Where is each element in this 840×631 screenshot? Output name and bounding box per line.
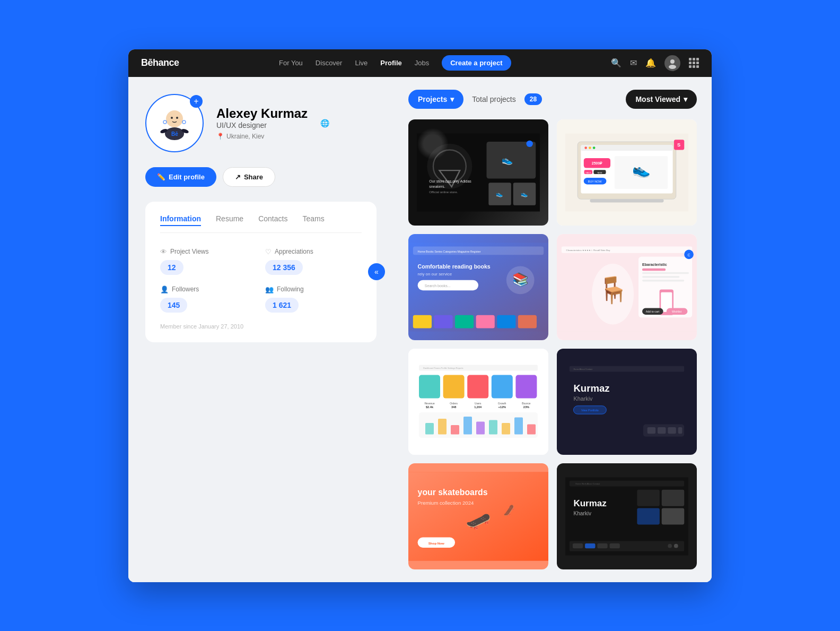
- svg-rect-118: [678, 427, 682, 433]
- sort-button[interactable]: Most Viewed ▾: [626, 90, 697, 109]
- apps-grid-icon[interactable]: [689, 58, 699, 68]
- eye-icon: 👁: [160, 248, 167, 256]
- tab-contacts[interactable]: Contacts: [258, 214, 287, 226]
- appreciations-value: 12 356: [265, 260, 303, 275]
- svg-text:📚: 📚: [512, 271, 529, 287]
- profile-actions: ✏️ Edit profile ↗ Share: [145, 167, 377, 187]
- project-card-shoe[interactable]: 👟 2500₽ BUY NOW SALE NEW: [557, 119, 697, 226]
- svg-rect-86: [515, 375, 537, 398]
- svg-rect-117: [668, 427, 676, 433]
- following-stat: 👥 Following 1 621: [265, 286, 362, 313]
- share-button[interactable]: ↗ Share: [223, 167, 275, 187]
- nav-jobs[interactable]: Jobs: [415, 59, 429, 67]
- svg-text:rely on our service: rely on our service: [418, 272, 452, 276]
- svg-rect-101: [463, 417, 472, 435]
- projects-grid: Our store has only Adidas sneakers. Offi…: [408, 119, 697, 569]
- svg-text:Growth: Growth: [498, 402, 506, 404]
- svg-rect-99: [438, 419, 447, 435]
- projects-filter-button[interactable]: Projects ▾: [408, 90, 463, 109]
- project-card-skateboards[interactable]: your skateboards Premium collection 2024…: [408, 463, 548, 569]
- project-card-kurmaz[interactable]: Home Work About Contact Kurmaz Kharkiv: [557, 463, 697, 569]
- svg-text:your skateboards: your skateboards: [418, 488, 488, 497]
- svg-point-10: [182, 120, 186, 124]
- mail-icon[interactable]: ✉: [630, 58, 637, 68]
- svg-rect-105: [514, 417, 523, 434]
- svg-text:Characteristics   ★★★★☆   Reca: Characteristics ★★★★☆ Recall Note Buy: [566, 249, 611, 252]
- brand-logo: Bēhance: [141, 57, 179, 68]
- tab-resume[interactable]: Resume: [216, 214, 243, 226]
- followers-value: 145: [160, 298, 187, 313]
- search-icon[interactable]: 🔍: [611, 58, 622, 68]
- svg-rect-58: [497, 315, 515, 328]
- svg-rect-133: [662, 489, 685, 506]
- svg-text:Bounce: Bounce: [522, 402, 531, 404]
- user-avatar[interactable]: [664, 55, 680, 71]
- svg-rect-98: [425, 423, 434, 435]
- add-photo-button[interactable]: +: [190, 95, 203, 108]
- svg-rect-104: [502, 423, 510, 435]
- svg-rect-102: [476, 421, 485, 434]
- svg-text:Kharkiv: Kharkiv: [573, 510, 591, 516]
- project-card-books[interactable]: Home Books Series Categories Magazine Re…: [408, 234, 548, 340]
- svg-text:👟: 👟: [521, 190, 528, 197]
- project-views-value: 12: [160, 260, 183, 275]
- location-pin-icon: 📍: [216, 133, 224, 140]
- profile-header: Bē + Alexey Kurmaz UI/UX designer: [145, 94, 377, 152]
- globe-icon[interactable]: 🌐: [320, 119, 329, 127]
- nav-profile[interactable]: Profile: [380, 59, 401, 67]
- avatar-wrapper: Bē +: [145, 94, 204, 152]
- create-project-button[interactable]: Create a project: [442, 55, 511, 71]
- profile-location: 📍 Ukraine, Kiev: [216, 133, 308, 140]
- project-card-dark[interactable]: Home About Contact Kurmaz Kharkiv View P…: [557, 349, 697, 455]
- svg-rect-103: [489, 420, 497, 434]
- nav-for-you[interactable]: For You: [279, 59, 303, 67]
- profile-info: Alexey Kurmaz UI/UX designer 📍 Ukraine, …: [216, 106, 308, 140]
- following-label: 👥 Following: [265, 286, 362, 293]
- svg-text:Premium collection 2024: Premium collection 2024: [418, 500, 475, 506]
- bell-icon[interactable]: 🔔: [645, 58, 656, 68]
- svg-rect-135: [662, 508, 685, 524]
- svg-point-4: [171, 117, 173, 119]
- total-projects-label: Total projects: [472, 95, 515, 103]
- following-icon: 👥: [265, 286, 274, 293]
- svg-rect-138: [585, 543, 595, 548]
- svg-text:Shop Now: Shop Now: [428, 541, 444, 544]
- appreciations-stat: ♡ Appreciations 12 356: [265, 248, 362, 275]
- nav-discover[interactable]: Discover: [316, 59, 343, 67]
- project-card-adidas[interactable]: Our store has only Adidas sneakers. Offi…: [408, 119, 548, 226]
- svg-rect-100: [451, 425, 459, 435]
- svg-rect-85: [492, 375, 513, 398]
- nav-links: For You Discover Live Profile Jobs Creat…: [196, 55, 594, 71]
- project-card-stats[interactable]: Dashboard Teams Profile Settings Reports…: [408, 349, 548, 455]
- svg-rect-132: [637, 489, 660, 506]
- svg-point-9: [163, 120, 167, 124]
- edit-profile-button[interactable]: ✏️ Edit profile: [145, 167, 216, 187]
- share-icon: ↗: [235, 173, 241, 181]
- nav-live[interactable]: Live: [355, 59, 368, 67]
- total-projects-count: 28: [524, 93, 542, 105]
- svg-text:Kurmaz: Kurmaz: [573, 382, 609, 393]
- chevron-down-icon: ▾: [450, 95, 454, 103]
- member-since: Member since January 27, 2010: [160, 323, 362, 330]
- project-card-chair[interactable]: Characteristics ★★★★☆ Recall Note Buy 🪑 …: [557, 234, 697, 340]
- svg-text:👟: 👟: [632, 160, 651, 178]
- svg-text:Kurmaz: Kurmaz: [573, 498, 607, 508]
- navbar: Bēhance For You Discover Live Profile Jo…: [128, 49, 712, 77]
- tab-information[interactable]: Information: [160, 214, 201, 226]
- svg-text:Add to cart: Add to cart: [646, 310, 660, 313]
- edit-icon: ✏️: [157, 173, 165, 181]
- svg-rect-68: [642, 272, 689, 274]
- collapse-button[interactable]: «: [368, 263, 385, 280]
- svg-rect-137: [573, 543, 583, 548]
- svg-rect-56: [455, 315, 474, 328]
- svg-rect-57: [476, 315, 495, 328]
- svg-point-5: [176, 117, 178, 119]
- right-panel: Projects ▾ Total projects 28 Most Viewed…: [393, 77, 712, 582]
- svg-rect-139: [597, 543, 607, 548]
- svg-point-29: [584, 146, 587, 149]
- svg-rect-115: [648, 427, 655, 433]
- tab-teams[interactable]: Teams: [302, 214, 324, 226]
- svg-text:👟: 👟: [502, 154, 513, 166]
- svg-rect-140: [610, 543, 620, 548]
- profile-card: Information Resume Contacts Teams « 👁 Pr…: [145, 202, 377, 342]
